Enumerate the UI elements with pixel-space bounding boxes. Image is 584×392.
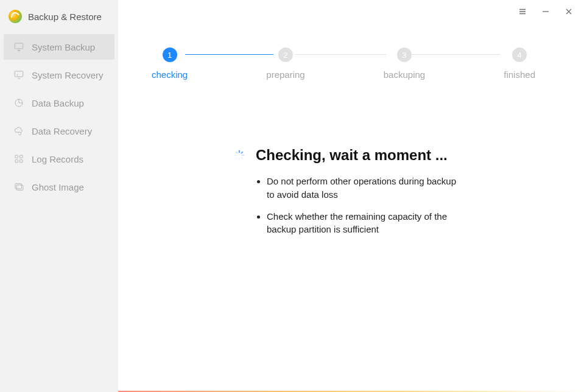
svg-line-11 [241, 152, 242, 153]
svg-rect-0 [15, 43, 23, 49]
app-title: Backup & Restore [28, 12, 102, 22]
step-label: checking [152, 69, 188, 80]
step-connector-1 [185, 54, 273, 55]
monitor-back-icon [13, 69, 24, 80]
step-label: preparing [266, 69, 304, 80]
sidebar-nav: System Backup System Recovery Data Backu… [0, 33, 118, 201]
app-logo-icon [9, 10, 22, 23]
grid-icon [13, 153, 24, 164]
status-heading-row: Checking, wait a moment ... [234, 147, 511, 164]
sidebar-item-label: Log Records [32, 154, 83, 164]
monitor-disk-icon [13, 41, 24, 52]
svg-rect-6 [15, 160, 18, 163]
sidebar-item-label: System Recovery [32, 70, 104, 80]
step-number: 4 [512, 47, 527, 62]
svg-rect-9 [16, 185, 23, 190]
svg-rect-5 [20, 155, 23, 158]
app-window: Backup & Restore System Backup System Re… [0, 0, 584, 392]
svg-rect-2 [15, 71, 23, 77]
step-number: 2 [278, 47, 293, 62]
status-bullet: Do not perform other operations during b… [267, 175, 465, 201]
sidebar-item-label: Ghost Image [32, 182, 84, 192]
step-finished: 4 finished [504, 47, 535, 80]
svg-line-13 [241, 157, 242, 158]
sidebar: Backup & Restore System Backup System Re… [0, 0, 118, 392]
svg-line-17 [236, 152, 237, 153]
svg-rect-7 [20, 160, 23, 163]
cloud-refresh-icon [13, 125, 24, 136]
step-checking: 1 checking [152, 47, 188, 80]
step-backuping: 3 backuping [384, 47, 425, 80]
status-content: Checking, wait a moment ... Do not perfo… [118, 80, 584, 236]
step-connector-2 [295, 54, 386, 55]
sidebar-item-label: Data Backup [32, 98, 84, 108]
step-preparing: 2 preparing [266, 47, 304, 80]
sidebar-item-data-recovery[interactable]: Data Recovery [4, 118, 114, 144]
step-number: 1 [163, 47, 177, 62]
step-number: 3 [397, 47, 412, 62]
svg-line-15 [236, 157, 237, 158]
svg-rect-8 [15, 184, 22, 189]
sidebar-header: Backup & Restore [0, 6, 118, 33]
step-label: finished [504, 69, 535, 80]
svg-rect-4 [15, 155, 18, 158]
status-bullet: Check whether the remaining capacity of … [267, 210, 465, 237]
step-label: backuping [384, 69, 425, 80]
sidebar-item-system-backup[interactable]: System Backup [4, 34, 114, 60]
status-heading: Checking, wait a moment ... [256, 147, 448, 164]
sidebar-item-label: System Backup [32, 42, 95, 52]
sidebar-item-data-backup[interactable]: Data Backup [4, 90, 114, 116]
status-bullet-list: Do not perform other operations during b… [234, 175, 465, 236]
sidebar-item-ghost-image[interactable]: Ghost Image [4, 174, 114, 200]
spinner-icon [234, 150, 245, 161]
sidebar-item-system-recovery[interactable]: System Recovery [4, 62, 114, 88]
progress-stepper: 1 checking 2 preparing 3 backuping 4 fin… [118, 0, 584, 80]
main-panel: 1 checking 2 preparing 3 backuping 4 fin… [118, 0, 584, 392]
sidebar-item-log-records[interactable]: Log Records [4, 146, 114, 172]
sidebar-item-label: Data Recovery [32, 126, 92, 136]
ghost-folder-icon [13, 181, 24, 192]
pie-icon [13, 97, 24, 108]
